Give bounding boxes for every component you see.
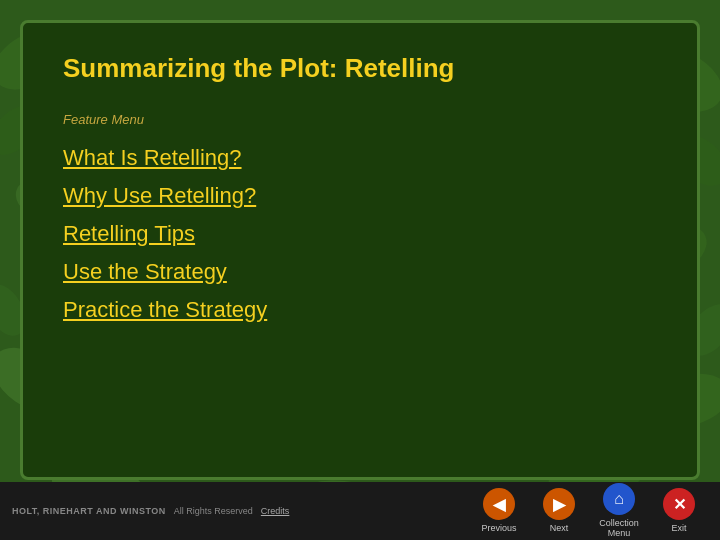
link-practice-the-strategy[interactable]: Practice the Strategy [63,297,657,323]
previous-icon: ◀ [483,488,515,520]
collection-menu-btn[interactable]: ⌂ CollectionMenu [590,482,648,540]
previous-btn[interactable]: ◀ Previous [470,482,528,540]
next-btn[interactable]: ▶ Next [530,482,588,540]
next-label: Next [550,524,569,534]
collection-menu-label: CollectionMenu [599,519,639,539]
rights-text: All Rights Reserved [174,506,253,516]
main-panel: Summarizing the Plot: Retelling Feature … [20,20,700,480]
exit-icon: ✕ [663,488,695,520]
previous-label: Previous [481,524,516,534]
feature-menu-label: Feature Menu [63,112,657,127]
exit-label: Exit [671,524,686,534]
next-icon: ▶ [543,488,575,520]
exit-btn[interactable]: ✕ Exit [650,482,708,540]
home-icon: ⌂ [603,483,635,515]
menu-links: What Is Retelling? Why Use Retelling? Re… [63,145,657,323]
link-retelling-tips[interactable]: Retelling Tips [63,221,657,247]
link-use-the-strategy[interactable]: Use the Strategy [63,259,657,285]
link-why-use-retelling[interactable]: Why Use Retelling? [63,183,657,209]
link-what-is-retelling[interactable]: What Is Retelling? [63,145,657,171]
publisher-info: HOLT, RINEHART AND WINSTON All Rights Re… [12,506,470,516]
bottom-bar: HOLT, RINEHART AND WINSTON All Rights Re… [0,482,720,540]
nav-buttons: ◀ Previous ▶ Next ⌂ CollectionMenu ✕ Exi… [470,482,708,540]
credits-link[interactable]: Credits [261,506,290,516]
publisher-name: HOLT, RINEHART AND WINSTON [12,506,166,516]
page-title: Summarizing the Plot: Retelling [63,53,657,84]
